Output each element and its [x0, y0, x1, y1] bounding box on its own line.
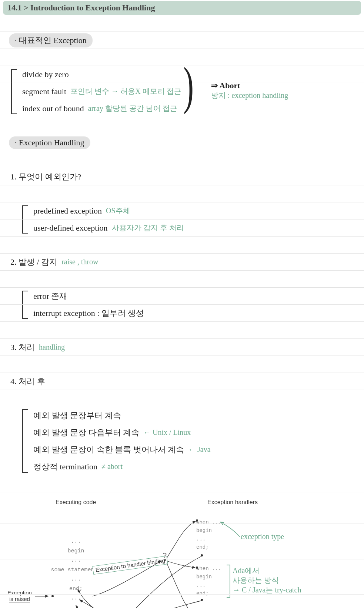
- item-main: 예외 발생 문장 다음부터 계속: [33, 427, 139, 438]
- item-main: interrupt exception : 일부러 생성: [33, 308, 144, 319]
- svg-point-5: [201, 554, 203, 556]
- item-main: 예외 발생 문장이 속한 블록 벗어나서 계속: [33, 444, 184, 455]
- rule-line: [0, 523, 364, 524]
- code-line: end;: [48, 584, 104, 594]
- annot-ada: Ada에서 사용하는 방식 → C / Java는 try-catch: [233, 566, 301, 595]
- item-note: ≠ abort: [101, 462, 123, 471]
- rule-line: [0, 237, 364, 254]
- abort-note: ⇒ Abort 방지 : exception handling: [211, 81, 288, 100]
- item-main: predefined exception: [33, 206, 102, 216]
- subsection-pill: · 대표적인 Exception: [9, 33, 93, 47]
- item-main: segment fault: [22, 87, 66, 96]
- page: 14.1 > Introduction to Exception Handlin…: [0, 1, 364, 608]
- annot-line: 사용하는 방식: [233, 575, 301, 585]
- rule-line: [0, 594, 364, 595]
- numbered-item: 1. 무엇이 예외인가?: [0, 168, 364, 185]
- diagram-right-title: Exception handlers: [207, 499, 258, 506]
- rule-line: [0, 185, 364, 202]
- list-item: divide by zero: [0, 66, 364, 83]
- rule-line: [0, 151, 364, 168]
- item-main: user-defined exception: [33, 223, 108, 233]
- code-line: begin: [196, 526, 221, 535]
- list-item: 예외 발생 문장부터 계속: [0, 407, 364, 424]
- code-line: ...: [48, 537, 104, 546]
- rule-line: [0, 390, 364, 407]
- rule-line: · 대표적인 Exception: [0, 32, 364, 49]
- binding-label-box: Exception to handler binding: [92, 556, 168, 575]
- code-line: ...: [48, 594, 104, 603]
- q1-group: predefined exception OS주체 user-defined e…: [0, 202, 364, 237]
- code-line: ...: [196, 581, 221, 589]
- exception-raised-label: Exception is raised: [7, 589, 32, 602]
- item-note: handling: [39, 343, 65, 351]
- abort-arrow: ⇒ Abort: [211, 81, 288, 90]
- rule-line: [0, 117, 364, 134]
- rule-line: · Exception Handling: [0, 134, 364, 151]
- list-item: 예외 발생 문장 다음부터 계속 ← Unix / Linux: [0, 424, 364, 441]
- code-line: ...: [48, 575, 104, 584]
- item-main: 2. 발생 / 감지: [10, 257, 57, 268]
- item-note: ← Java: [188, 445, 211, 454]
- numbered-item: 3. 처리 handling: [0, 339, 364, 356]
- abort-subnote: 방지 : exception handling: [211, 90, 288, 100]
- item-note: ← Unix / Linux: [143, 428, 191, 437]
- list-item: error 존재: [0, 288, 364, 305]
- label-text: is raised: [9, 596, 30, 602]
- exception-flow-diagram: Executing code Exception handlers ... be…: [0, 492, 364, 608]
- q-mark: ?: [163, 552, 167, 559]
- item-main: 예외 발생 문장부터 계속: [33, 410, 121, 421]
- code-line: begin: [196, 573, 221, 581]
- annot-line: → C / Java는 try-catch: [233, 585, 301, 595]
- numbered-item: 2. 발생 / 감지 raise , throw: [0, 254, 364, 271]
- list-item: index out of bound array 할당된 공간 넘어 접근: [0, 100, 364, 117]
- list-item: 정상적 termination ≠ abort: [0, 458, 364, 475]
- subsection-pill: · Exception Handling: [9, 136, 90, 149]
- code-line: end;: [196, 543, 221, 551]
- handler-block: when ... begin ... end;: [196, 565, 221, 598]
- item-note: 사용자가 감지 후 처리: [112, 223, 184, 233]
- paren-icon: ): [184, 62, 194, 109]
- code-line: ...: [196, 535, 221, 543]
- q4-group: 예외 발생 문장부터 계속 예외 발생 문장 다음부터 계속 ← Unix / …: [0, 407, 364, 475]
- diagram-left-title: Executing code: [56, 499, 96, 506]
- exception-examples-group: divide by zero segment fault 포인터 변수 → 허용…: [0, 66, 364, 117]
- code-line: begin: [48, 546, 104, 556]
- section-header: 14.1 > Introduction to Exception Handlin…: [3, 1, 361, 15]
- item-main: divide by zero: [22, 70, 69, 79]
- list-item: 예외 발생 문장이 속한 블록 벗어나서 계속 ← Java: [0, 441, 364, 458]
- code-line: ...: [48, 556, 104, 565]
- right-bracket-icon: [227, 565, 230, 598]
- item-note: 포인터 변수 → 허용X 메모리 접근: [70, 86, 181, 96]
- code-line: when ...: [196, 518, 221, 526]
- rule-line: [0, 49, 364, 66]
- rule-line: [0, 356, 364, 373]
- item-note: raise , throw: [61, 258, 98, 266]
- list-item: segment fault 포인터 변수 → 허용X 메모리 접근: [0, 83, 364, 100]
- rule-line: [0, 475, 364, 492]
- item-main: 3. 처리: [10, 342, 35, 353]
- item-main: error 존재: [33, 291, 67, 302]
- rule-line: [0, 322, 364, 339]
- list-item: predefined exception OS주체: [0, 202, 364, 219]
- annot-exception-type: exception type: [241, 532, 284, 541]
- list-item: user-defined exception 사용자가 감지 후 처리: [0, 219, 364, 237]
- item-main: 정상적 termination: [33, 461, 97, 472]
- item-main: index out of bound: [22, 104, 84, 113]
- rule-line: [0, 271, 364, 288]
- code-line: when ...: [196, 565, 221, 573]
- label-text: Exception: [7, 589, 32, 596]
- numbered-item: 4. 처리 후: [0, 373, 364, 390]
- item-note: array 할당된 공간 넘어 접근: [88, 103, 177, 113]
- q2-group: error 존재 interrupt exception : 일부러 생성: [0, 288, 364, 322]
- code-line: end;: [196, 589, 221, 598]
- rule-line: [0, 559, 364, 559]
- svg-point-6: [201, 599, 203, 601]
- list-item: interrupt exception : 일부러 생성: [0, 305, 364, 322]
- annot-line: Ada에서: [233, 566, 301, 575]
- rule-line: [0, 15, 364, 32]
- item-note: OS주체: [106, 206, 130, 216]
